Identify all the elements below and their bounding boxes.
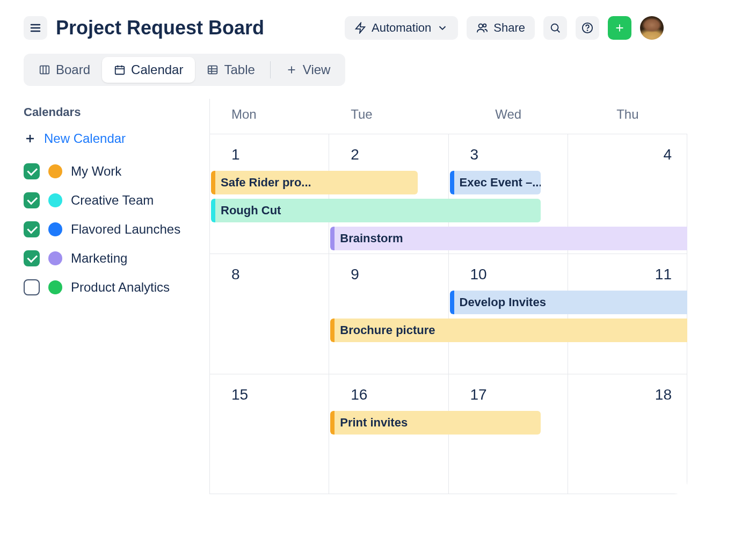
weekday-thu: Thu (568, 99, 687, 134)
tab-add-view[interactable]: View (274, 57, 343, 83)
automation-label: Automation (372, 21, 431, 35)
tab-calendar[interactable]: Calendar (102, 57, 195, 83)
day-number: 8 (231, 266, 240, 283)
new-calendar-label: New Calendar (44, 131, 126, 146)
calendar-grid[interactable]: 123489101115161718Safe Rider pro...Exec … (210, 134, 687, 494)
event-label: Safe Rider pro... (221, 176, 311, 190)
tab-view-label: View (303, 62, 331, 77)
calendar-event[interactable]: Print invites (330, 411, 541, 435)
weekday-tue: Tue (329, 99, 448, 134)
calendar-event[interactable]: Exec Event –... (450, 171, 541, 194)
event-label: Develop Invites (460, 295, 546, 309)
calendar-cell[interactable]: 9 (329, 254, 448, 374)
plus-icon (614, 22, 626, 34)
calendar-event[interactable]: Brainstorm (330, 227, 687, 250)
header: Project Request Board Automation Share (0, 0, 687, 45)
add-button[interactable] (608, 16, 631, 40)
day-number: 16 (351, 386, 367, 403)
calendar-item[interactable]: Creative Team (24, 186, 199, 215)
day-number: 4 (663, 146, 672, 163)
event-label: Brochure picture (340, 323, 435, 337)
calendar-view: Mon Tue Wed Thu 123489101115161718Safe R… (209, 99, 687, 494)
event-color-bar (450, 171, 454, 194)
app-root: Project Request Board Automation Share B… (0, 0, 687, 494)
tab-board[interactable]: Board (27, 57, 102, 83)
tab-table[interactable]: Table (195, 57, 266, 83)
bolt-icon (354, 22, 366, 34)
sidebar-title: Calendars (24, 105, 199, 119)
calendar-label: My Work (71, 164, 121, 179)
calendar-checkbox[interactable] (24, 250, 40, 266)
calendar-list: My WorkCreative TeamFlavored LaunchesMar… (24, 157, 199, 302)
day-number: 17 (470, 386, 487, 403)
day-number: 9 (351, 266, 359, 283)
calendar-cell[interactable]: 18 (568, 374, 687, 494)
tab-calendar-label: Calendar (131, 62, 183, 77)
svg-rect-19 (208, 66, 217, 74)
day-number: 2 (351, 146, 359, 163)
weekday-header: Mon Tue Wed Thu (210, 99, 687, 134)
share-label: Share (493, 21, 525, 35)
help-button[interactable] (576, 16, 599, 40)
svg-marker-3 (356, 23, 365, 33)
calendar-checkbox[interactable] (24, 192, 40, 208)
tabs-group: Board Calendar Table View (24, 54, 345, 86)
calendar-color-swatch (48, 164, 62, 178)
event-label: Exec Event –... (460, 176, 541, 190)
calendar-checkbox[interactable] (24, 163, 40, 179)
calendar-event[interactable]: Brochure picture (330, 319, 687, 342)
svg-point-4 (479, 24, 483, 28)
calendar-event[interactable]: Develop Invites (450, 291, 688, 314)
body: Calendars New Calendar My WorkCreative T… (0, 99, 687, 494)
calendar-label: Flavored Launches (71, 222, 180, 237)
calendar-item[interactable]: Flavored Launches (24, 215, 199, 244)
calendar-item[interactable]: Product Analytics (24, 273, 199, 302)
chevron-down-icon (437, 22, 448, 34)
weekday-mon: Mon (210, 99, 329, 134)
svg-rect-15 (115, 67, 125, 75)
automation-button[interactable]: Automation (345, 16, 458, 40)
calendar-color-swatch (48, 251, 62, 265)
tab-table-label: Table (224, 62, 255, 77)
calendar-checkbox[interactable] (24, 221, 40, 237)
calendar-label: Product Analytics (71, 280, 170, 295)
calendar-event[interactable]: Rough Cut (211, 199, 541, 222)
day-number: 18 (655, 386, 672, 403)
share-button[interactable]: Share (467, 16, 535, 40)
calendar-item[interactable]: Marketing (24, 244, 199, 273)
plus-icon (24, 132, 37, 145)
new-calendar-button[interactable]: New Calendar (24, 127, 199, 157)
calendar-cell[interactable]: 8 (210, 254, 329, 374)
calendar-label: Creative Team (71, 193, 154, 208)
event-color-bar (330, 227, 335, 250)
svg-rect-12 (40, 66, 49, 74)
event-color-bar (330, 319, 335, 342)
plus-icon (286, 64, 297, 76)
table-icon (207, 64, 219, 76)
event-label: Rough Cut (221, 204, 281, 218)
main-menu-button[interactable] (24, 16, 47, 40)
calendar-color-swatch (48, 193, 62, 207)
tab-board-label: Board (56, 62, 90, 77)
calendar-label: Marketing (71, 251, 127, 266)
tab-separator (270, 61, 271, 78)
event-label: Brainstorm (340, 231, 403, 245)
calendar-color-swatch (48, 280, 62, 294)
calendar-item[interactable]: My Work (24, 157, 199, 186)
sidebar: Calendars New Calendar My WorkCreative T… (0, 99, 209, 494)
avatar[interactable] (640, 16, 664, 40)
help-icon (581, 22, 593, 34)
day-number: 1 (231, 146, 240, 163)
event-color-bar (211, 199, 215, 222)
svg-point-9 (587, 30, 588, 31)
svg-point-5 (483, 24, 486, 27)
users-icon (476, 22, 488, 34)
search-icon (549, 22, 561, 34)
event-label: Print invites (340, 416, 408, 430)
view-tabs: Board Calendar Table View (0, 45, 687, 99)
calendar-cell[interactable]: 15 (210, 374, 329, 494)
search-button[interactable] (543, 16, 567, 40)
calendar-event[interactable]: Safe Rider pro... (211, 171, 418, 194)
calendar-checkbox[interactable] (24, 279, 40, 295)
calendar-color-swatch (48, 222, 62, 236)
